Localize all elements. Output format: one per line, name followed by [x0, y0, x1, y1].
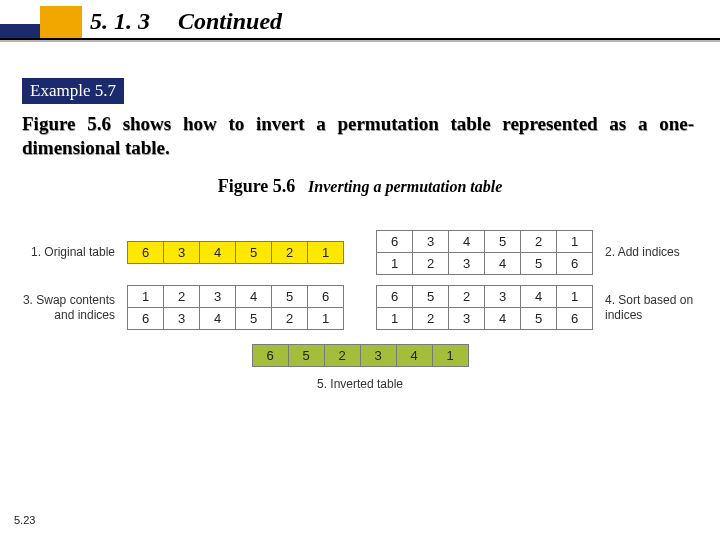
header-rule-light: [0, 40, 720, 42]
slide-header: 5. 1. 3 Continued: [0, 0, 720, 62]
row-step5: 652 341: [0, 344, 720, 367]
section-title: Continued: [178, 8, 282, 35]
row-steps-1-2: 1. Original table 634 521 634 521 123 45…: [0, 230, 720, 275]
table-step3: 123 456 634 521: [127, 285, 344, 330]
label-step4: 4. Sort based on indices: [599, 293, 719, 322]
accent-block-orange: [40, 6, 82, 38]
label-step5: 5. Inverted table: [0, 377, 720, 391]
figure-caption-lead: Figure 5.6: [218, 176, 296, 196]
body-paragraph: Figure 5.6 shows how to invert a permuta…: [22, 112, 694, 160]
section-number: 5. 1. 3: [90, 8, 150, 35]
label-step3: 3. Swap contents and indices: [1, 293, 121, 322]
label-step2: 2. Add indices: [599, 245, 719, 259]
example-tag: Example 5.7: [22, 78, 124, 104]
table-step4: 652 341 123 456: [376, 285, 593, 330]
page-number: 5.23: [14, 514, 35, 526]
figure-caption-tail: Inverting a permutation table: [308, 178, 502, 195]
row-steps-3-4: 3. Swap contents and indices 123 456 634…: [0, 285, 720, 330]
figure-caption: Figure 5.6 Inverting a permutation table: [0, 176, 720, 197]
table-step1: 634 521: [127, 241, 344, 264]
label-step1: 1. Original table: [1, 245, 121, 259]
table-step2: 634 521 123 456: [376, 230, 593, 275]
table-step5: 652 341: [252, 344, 469, 367]
tables-area: 1. Original table 634 521 634 521 123 45…: [0, 220, 720, 391]
accent-bar-navy: [0, 24, 40, 38]
